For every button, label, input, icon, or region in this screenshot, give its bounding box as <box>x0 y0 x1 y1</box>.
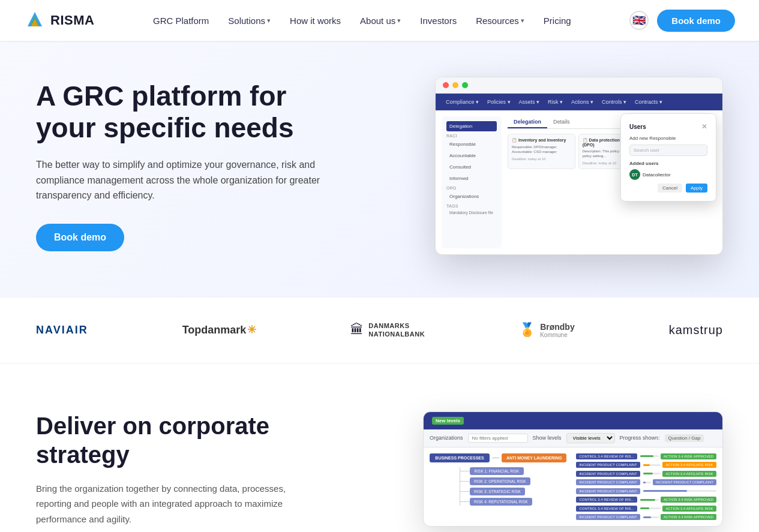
nav-item-solutions[interactable]: Solutions ▾ <box>220 11 279 31</box>
tree-row-fr: RISK 1: FINANCIAL RISK <box>470 467 566 475</box>
node-aml: ANTI MONEY LAUNDERING <box>502 453 566 462</box>
mnav-assets[interactable]: Assets ▾ <box>515 97 544 107</box>
chevron-down-icon: ▾ <box>397 17 401 25</box>
nav-item-about[interactable]: About us ▾ <box>352 11 409 31</box>
node-bp: BUSINESS PROCESSES <box>430 453 490 462</box>
nav-item-investors[interactable]: Investors <box>412 11 465 31</box>
sidebar-item-informed[interactable]: Informed <box>446 173 497 184</box>
navbar: RISMA GRC Platform Solutions ▾ How it wo… <box>0 0 759 41</box>
window-maximize-dot <box>462 82 468 88</box>
action-row-3: INCIDENT PRODUCT COMPLAINT ACTION 3.4 AF… <box>576 471 716 477</box>
mnav-policies[interactable]: Policies ▾ <box>483 97 515 107</box>
action-row-1: CONTROL 3.4 REVIEW OF RIS... ACTION 3.4 … <box>576 453 716 459</box>
bank-icon: 🏛 <box>350 322 364 338</box>
sidebar-item-delegation[interactable]: Delegation <box>446 121 497 131</box>
show-levels-select[interactable]: Visible levels <box>566 433 615 443</box>
section-strategy: Deliver on corporate strategy Bring the … <box>0 363 759 532</box>
section2-content: Deliver on corporate strategy Bring the … <box>36 411 288 527</box>
action-row-7: CONTROL 3.4 REVIEW OF RIS... ACTION 3.4 … <box>576 506 716 512</box>
hero-description: The better way to simplify and optimize … <box>36 157 336 203</box>
sidebar-item-organizations[interactable]: Organizations <box>446 191 497 202</box>
dialog-title: Users <box>629 124 646 130</box>
mockup2-toolbar: Organizations Show levels Visible levels… <box>424 429 722 447</box>
section2-description: Bring the organization together by conne… <box>36 481 288 527</box>
sidebar-item-responsible[interactable]: Responsible <box>446 139 497 149</box>
tree-branches: RISK 1: FINANCIAL RISK RISK 2: OPERATION… <box>460 467 566 506</box>
mnav-compliance[interactable]: Compliance ▾ <box>442 97 483 107</box>
tree-row-bp: BUSINESS PROCESSES ANTI MONEY LAUNDERING <box>430 453 566 462</box>
user-avatar: DT <box>629 169 640 180</box>
mnav-controls[interactable]: Controls ▾ <box>598 97 631 107</box>
node-rr: RISK 4: REPUTATIONAL RISK <box>470 498 532 506</box>
section2-title: Deliver on corporate strategy <box>36 411 288 469</box>
logo-nationalbank: 🏛 DANMARKS NATIONALBANK <box>350 321 425 339</box>
action-row-5: INCIDENT PRODUCT COMPLAINT <box>576 488 716 494</box>
new-levels-badge: New levels <box>432 417 464 425</box>
tree-row-or: RISK 2: OPERATIONAL RISK <box>470 477 566 485</box>
tree-left: BUSINESS PROCESSES ANTI MONEY LAUNDERING… <box>430 453 566 506</box>
tree-row-sr: RISK 3: STRATEGIC RISK <box>470 488 566 495</box>
logo-brondby: 🏅 Brøndby Kommune <box>519 322 575 338</box>
hero-visual: Compliance ▾ Policies ▾ Assets ▾ Risk ▾ … <box>435 77 723 255</box>
window-minimize-dot <box>452 82 458 88</box>
tree-root: BUSINESS PROCESSES ANTI MONEY LAUNDERING… <box>430 453 716 521</box>
dialog-cancel-button[interactable]: Cancel <box>658 184 682 193</box>
sidebar-tags: Mandatory Disclosure Re <box>446 209 497 216</box>
logo-topdanmark: Topdanmark✳ <box>182 323 257 336</box>
sidebar-item-accountable[interactable]: Accountable <box>446 151 497 161</box>
dialog-user: DT Datacollector <box>629 169 707 180</box>
logo-text: RISMA <box>50 13 94 28</box>
tab-details[interactable]: Details <box>547 116 576 128</box>
nav-right: 🇬🇧 Book demo <box>629 10 735 32</box>
hero-content: A GRC platform for your specific needs T… <box>36 80 348 251</box>
mnav-contracts[interactable]: Contracts ▾ <box>631 97 667 107</box>
mockup-nav-strip: Compliance ▾ Policies ▾ Assets ▾ Risk ▾ … <box>436 94 722 110</box>
action-row-6: CONTROL 3.4 REVIEW OF RIS... ACTION 3.4 … <box>576 497 716 503</box>
chevron-down-icon: ▾ <box>267 17 271 25</box>
dialog-actions: Cancel Apply <box>629 184 707 193</box>
toolbar-filter-input[interactable] <box>468 434 528 443</box>
nav-links: GRC Platform Solutions ▾ How it works Ab… <box>145 11 580 31</box>
nav-item-resources[interactable]: Resources ▾ <box>467 11 533 31</box>
mnav-risk[interactable]: Risk ▾ <box>544 97 567 107</box>
dialog-close-icon[interactable]: ✕ <box>701 122 707 131</box>
mockup2-header: New levels <box>424 412 722 429</box>
node-sr: RISK 3: STRATEGIC RISK <box>470 488 525 495</box>
mockup-dialog: Users ✕ Add new Responsible Search user … <box>620 113 716 202</box>
dialog-added-label: Added users <box>629 161 707 166</box>
hero-title: A GRC platform for your specific needs <box>36 80 348 144</box>
dialog-subtitle: Add new Responsible <box>629 136 707 141</box>
card-1: 📋 Inventory and Inventory Responsible: D… <box>508 134 575 169</box>
mnav-actions[interactable]: Actions ▾ <box>567 97 598 107</box>
tab-delegation[interactable]: Delegation <box>508 116 547 128</box>
dialog-search-input[interactable]: Search user <box>629 145 707 156</box>
sidebar-item-consulted[interactable]: Consulted <box>446 162 497 172</box>
section2-mockup: New levels Organizations Show levels Vis… <box>423 411 723 527</box>
mockup2-body: BUSINESS PROCESSES ANTI MONEY LAUNDERING… <box>424 447 722 527</box>
node-fr: RISK 1: FINANCIAL RISK <box>470 467 524 475</box>
nav-item-pricing[interactable]: Pricing <box>535 11 580 31</box>
book-demo-button[interactable]: Book demo <box>657 10 735 32</box>
nav-item-grc[interactable]: GRC Platform <box>145 11 217 31</box>
tree-row-rr: RISK 4: REPUTATIONAL RISK <box>470 498 566 506</box>
logo-icon <box>24 10 46 31</box>
node-or: RISK 2: OPERATIONAL RISK <box>470 477 530 485</box>
mockup-sidebar: Delegation RACI Responsible Accountable … <box>442 116 502 248</box>
user-name: Datacollector <box>643 172 671 178</box>
action-row-2: INCIDENT PRODUCT COMPLAINT ACTION 3.4 AF… <box>576 462 716 468</box>
progress-toggle[interactable]: Question / Gap <box>665 434 704 442</box>
hero-mockup: Compliance ▾ Policies ▾ Assets ▾ Risk ▾ … <box>435 77 723 255</box>
nav-item-how[interactable]: How it works <box>281 11 349 31</box>
logo-naviair: NAVIAIR <box>36 324 88 336</box>
hero-section: A GRC platform for your specific needs T… <box>0 41 759 297</box>
dialog-apply-button[interactable]: Apply <box>686 184 707 193</box>
action-row-4: INCIDENT PRODUCT COMPLAINT INCIDENT PROD… <box>576 479 716 485</box>
action-row-8: INCIDENT PRODUCT COMPLAINT ACTION 3.4 RI… <box>576 514 716 520</box>
hero-cta-button[interactable]: Book demo <box>36 224 124 251</box>
tree-actions: CONTROL 3.4 REVIEW OF RIS... ACTION 3.4 … <box>566 453 716 521</box>
mockup-title-bar <box>436 77 722 94</box>
logo[interactable]: RISMA <box>24 10 94 31</box>
language-selector[interactable]: 🇬🇧 <box>629 11 649 30</box>
chevron-down-icon: ▾ <box>521 17 524 25</box>
logo-kamstrup: kamstrup <box>669 323 723 337</box>
